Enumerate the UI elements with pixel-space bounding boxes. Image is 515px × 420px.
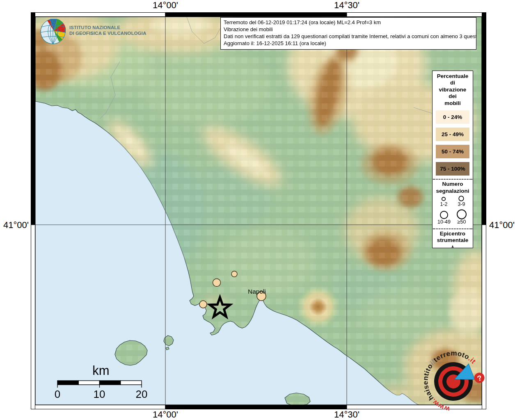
scale-bar: km 0 10 20 [51,362,152,401]
report-size-row-2: 10-49 ≥50 [433,209,473,225]
report-size-icon-medium [458,195,465,202]
report-marker [231,271,237,277]
hsit-watermark-logo: ? www.haisentitoilterremoto.it [417,345,490,418]
event-info-box: Terremoto del 06-12-2019 01:17:24 (ora l… [220,17,476,50]
lon-label-bottom-left: 14°00' [141,409,190,420]
legend-reports-title: Numero segnalazioni [433,181,473,194]
legend-divider [433,179,472,180]
legend-epicenter-title: Epicentro strumentale [433,231,473,244]
ingv-globe-icon [40,19,66,44]
legend-class-25-49: 25 - 49% [436,128,469,141]
report-marker [213,279,221,287]
lat-label-right: 41°00' [489,220,515,231]
lat-label-left: 41°00' [1,220,29,231]
report-size-icon-large [439,210,449,219]
question-badge: ? [473,372,486,384]
scale-unit-label: km [92,363,109,378]
ingv-line2: DI GEOFISICA E VULCANOLOGIA [69,30,146,36]
map-subject-line: Vibrazione dei mobili [224,26,473,33]
scale-tick-20: 20 [136,388,148,400]
data-source-line: Dati non verificati estratti da 129 ques… [224,33,473,40]
shakemap-page: { "axis_labels": { "top_left": "14°00'",… [0,0,515,420]
legend-class-75-100: 75 - 100% [436,162,469,176]
updated-at-line: Aggiornato il: 16-12-2025 16:11 (ora loc… [224,40,473,47]
legend-percent-title: Percentuale di vibrazione dei mobili [433,71,473,107]
lon-label-bottom-right: 14°30' [322,409,371,420]
city-label-napoli: Napoli [248,288,266,295]
report-marker [199,301,207,308]
ingv-logo: ISTITUTO NAZIONALE DI GEOFISICA E VULCAN… [40,19,146,44]
report-size-row-1: 1-2 3-9 [433,195,473,208]
lon-label-top-left: 14°00' [141,0,190,11]
event-summary-line: Terremoto del 06-12-2019 01:17:24 (ora l… [224,19,473,26]
legend-class-0-24: 0 - 24% [436,110,469,124]
ingv-line1: ISTITUTO NAZIONALE [69,25,146,30]
legend-divider-2 [433,228,472,229]
scale-tick-10: 10 [94,388,105,400]
report-size-icon-xlarge [455,209,468,219]
epicenter-star-icon [446,245,459,248]
legend-class-50-74: 50 - 74% [436,145,469,158]
bullseye-icon [429,357,477,405]
lon-label-top-right: 14°30' [322,0,371,11]
scale-tick-0: 0 [55,388,60,400]
ingv-wordmark: ISTITUTO NAZIONALE DI GEOFISICA E VULCAN… [69,25,146,37]
report-size-icon-small [440,196,447,202]
legend: Percentuale di vibrazione dei mobili 0 -… [432,71,473,248]
